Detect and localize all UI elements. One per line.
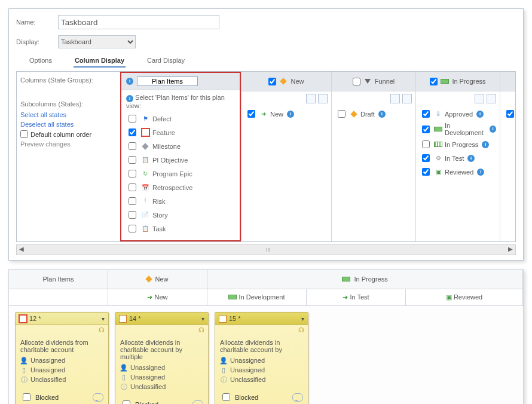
person-icon: 👤: [220, 357, 227, 364]
substate-approved[interactable]: ⇩Approvedi: [420, 108, 496, 120]
plan-item-checkbox[interactable]: [129, 115, 136, 123]
retro-icon: 📅: [141, 183, 149, 192]
card-menu-icon[interactable]: ▾: [102, 316, 105, 322]
plan-item-task[interactable]: 📋 Task: [126, 223, 235, 234]
substate-in-development[interactable]: In Developmenti: [420, 122, 496, 136]
preview-link[interactable]: Preview changes: [20, 140, 115, 148]
horizontal-scrollbar[interactable]: ◀ ▶ III: [16, 244, 516, 255]
substate-checkbox[interactable]: [506, 110, 514, 118]
plan-item-checkbox[interactable]: [129, 211, 136, 219]
comment-icon[interactable]: [292, 393, 303, 402]
plan-items-hint: Select 'Plan Items' for this plan view:: [126, 94, 225, 109]
card-12[interactable]: 12 *▾☊Allocate dividends from charitable…: [15, 312, 109, 404]
name-input[interactable]: [58, 15, 219, 29]
plan-item-checkbox[interactable]: [129, 197, 136, 205]
plan-item-risk[interactable]: ! Risk: [126, 195, 235, 207]
blocked-checkbox[interactable]: [23, 393, 30, 401]
plan-item-checkbox[interactable]: [129, 225, 136, 232]
plan-item-checkbox[interactable]: [129, 183, 136, 191]
mini-action-1-icon[interactable]: [390, 94, 400, 103]
mini-action-1-icon[interactable]: [306, 94, 316, 103]
card-link-icon[interactable]: ☊: [99, 326, 105, 333]
plan-item-checkbox[interactable]: [129, 128, 136, 136]
scroll-right-arrow[interactable]: ▶: [506, 245, 515, 253]
scroll-grip[interactable]: III: [266, 247, 271, 253]
card-header[interactable]: 12 *▾: [16, 313, 108, 325]
substate-checkbox[interactable]: [422, 140, 430, 148]
plan-item-checkbox[interactable]: [129, 170, 136, 177]
state-header-checkbox[interactable]: [353, 78, 360, 85]
state-header[interactable]: Review: [500, 72, 515, 91]
card-id: 14 *: [129, 315, 141, 322]
display-select[interactable]: Taskboard: [58, 35, 136, 48]
plan-item-feature[interactable]: Feature: [126, 127, 235, 138]
select-all-link[interactable]: Select all states: [20, 111, 115, 118]
plan-item-story[interactable]: 📄 Story: [126, 209, 235, 221]
tab-card-display[interactable]: Card Display: [146, 54, 186, 68]
substate-checkbox[interactable]: [422, 126, 430, 133]
card-menu-icon[interactable]: ▾: [301, 316, 304, 322]
plan-item-program-epic[interactable]: ↻ Program Epic: [126, 168, 235, 179]
substate-new[interactable]: ➜Newi: [245, 108, 328, 120]
blocked-checkbox[interactable]: [123, 400, 130, 404]
reviewed-icon: ▣: [434, 168, 442, 176]
substate-in-test[interactable]: ⚙In Testi: [420, 152, 496, 164]
substate-in-progress[interactable]: In Progressi: [420, 139, 496, 150]
card-class: Unclassified: [130, 383, 166, 390]
state-header-checkbox[interactable]: [268, 78, 276, 85]
card-15[interactable]: 15 *▾☊Allocate dividends in charitable a…: [215, 312, 308, 404]
mini-action-1-icon[interactable]: [475, 94, 484, 103]
comment-icon[interactable]: [93, 393, 103, 402]
info-icon[interactable]: i: [378, 111, 386, 118]
tab-column-display[interactable]: Column Display: [74, 54, 126, 68]
card-14[interactable]: 14 *▾☊Allocate dividends in charitable a…: [115, 312, 209, 404]
card-menu-icon[interactable]: ▾: [201, 316, 204, 322]
info-icon[interactable]: i: [476, 111, 484, 118]
blocked-checkbox[interactable]: [222, 393, 230, 401]
state-header[interactable]: New: [241, 72, 331, 91]
plan-item-checkbox[interactable]: [129, 156, 136, 164]
substate-checkbox[interactable]: [422, 110, 430, 118]
state-col-in-progress: In Progress ⇩Approvedi In Developmenti I…: [415, 72, 500, 241]
scroll-left-arrow[interactable]: ◀: [17, 245, 26, 253]
plan-item-checkbox[interactable]: [129, 142, 136, 150]
card-header[interactable]: 14 *▾: [115, 313, 208, 325]
state-header-checkbox[interactable]: [430, 78, 438, 85]
mini-action-2-icon[interactable]: [487, 94, 496, 103]
substate-reviewing[interactable]: Reviewingi: [504, 108, 515, 120]
card-header[interactable]: 15 *▾: [215, 313, 308, 325]
board-header-new: New: [108, 270, 207, 289]
substate-checkbox[interactable]: [422, 168, 430, 176]
subhead-indev: In Development: [207, 289, 307, 305]
state-header[interactable]: In Progress: [416, 72, 500, 91]
state-header-label: New: [291, 78, 304, 85]
plan-item-defect[interactable]: ⚑ Defect: [126, 113, 235, 124]
state-header[interactable]: Funnel: [332, 72, 415, 91]
milestone-icon: [141, 142, 149, 151]
info-icon[interactable]: i: [467, 155, 475, 162]
substate-reviewed[interactable]: ▣Reviewedi: [420, 166, 496, 177]
info-icon[interactable]: i: [482, 141, 489, 148]
default-order-checkbox[interactable]: [20, 130, 28, 138]
tabs: Options Column Display Card Display: [28, 54, 516, 68]
mini-action-2-icon[interactable]: [402, 94, 412, 103]
substate-checkbox[interactable]: [422, 154, 430, 162]
info-icon[interactable]: i: [490, 126, 496, 133]
mini-action-2-icon[interactable]: [318, 94, 328, 103]
blocked-label: Blocked: [235, 394, 258, 401]
bar-green-icon: [434, 125, 442, 133]
plan-item-milestone[interactable]: Milestone: [126, 140, 235, 152]
comment-icon[interactable]: [192, 400, 203, 405]
card-link-icon[interactable]: ☊: [298, 326, 304, 333]
substate-draft[interactable]: Drafti: [335, 108, 412, 120]
deselect-all-link[interactable]: Deselect all states: [20, 121, 115, 128]
info-icon[interactable]: i: [477, 169, 484, 176]
card-link-icon[interactable]: ☊: [198, 326, 204, 333]
info-icon[interactable]: i: [287, 111, 294, 118]
substate-checkbox[interactable]: [338, 110, 346, 118]
substate-checkbox[interactable]: [247, 110, 255, 118]
tab-options[interactable]: Options: [28, 54, 53, 68]
plan-item-retrospective[interactable]: 📅 Retrospective: [126, 182, 235, 193]
plan-items-button[interactable]: Plan Items: [137, 76, 198, 86]
plan-item-pi-objective[interactable]: 📋 PI Objective: [126, 154, 235, 166]
